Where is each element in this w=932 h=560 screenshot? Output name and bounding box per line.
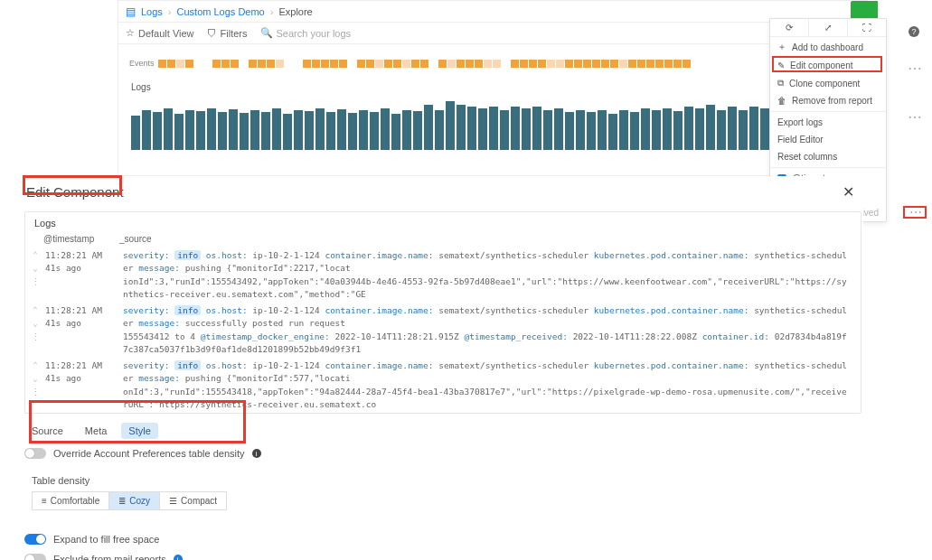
pencil-icon: ✎ (777, 61, 785, 70)
expand-row-icon[interactable]: ⌃⌄⋮ (31, 249, 40, 301)
menu-field-editor[interactable]: Field Editor (770, 131, 886, 148)
overflow-highlighted[interactable]: ⋯ (903, 206, 927, 219)
menu-add-dashboard[interactable]: ＋Add to dashboard (770, 37, 886, 57)
editor-tabs: Source Meta Style (24, 423, 863, 439)
breadcrumb-logs[interactable]: Logs (141, 6, 163, 17)
tab-source[interactable]: Source (24, 423, 71, 439)
fullscreen-icon: ⛶ (862, 23, 871, 33)
report-background: ▤ Logs › Custom Logs Demo › Explore ☆Def… (118, 0, 868, 176)
refresh-icon: ⟳ (786, 23, 793, 33)
info-icon[interactable]: i (252, 449, 261, 458)
breadcrumb-app[interactable]: Custom Logs Demo (177, 6, 265, 17)
events-label: Events (129, 59, 156, 68)
overflow-icon[interactable]: ⋯ (908, 60, 921, 77)
cell-source: severity: info os.host: ip-10-2-1-124 co… (123, 304, 852, 356)
document-icon: ▤ (126, 5, 136, 18)
close-icon[interactable]: ✕ (843, 183, 854, 201)
expand-icon: ⤢ (824, 23, 832, 33)
menu-export-logs[interactable]: Export logs (770, 114, 886, 131)
filter-icon: ⛉ (207, 28, 217, 39)
menu-reset-columns[interactable]: Reset columns (770, 148, 886, 165)
log-row[interactable]: ⌃⌄⋮11:28:21 AM41s agoseverity: info os.h… (25, 303, 861, 358)
density-cozy-icon: ≣ (118, 496, 126, 506)
panel-title: Logs (25, 212, 861, 234)
tab-meta[interactable]: Meta (78, 423, 114, 439)
density-compact-icon: ☰ (169, 496, 177, 506)
density-cozy[interactable]: ≣Cozy (109, 491, 160, 510)
cell-source: severity: info os.host: ip-10-2-1-124 co… (123, 249, 852, 301)
edit-component-modal: Edit Component ✕ Logs @timestamp _source… (23, 176, 863, 560)
exclude-mail-label: Exclude from mail reports (53, 554, 166, 560)
expand-row-icon[interactable]: ⌃⌄⋮ (31, 304, 40, 356)
logs-chart-label: Logs (131, 82, 854, 92)
star-icon: ☆ (126, 27, 135, 39)
info-icon[interactable]: i (174, 555, 183, 560)
help-icon[interactable]: ? (908, 26, 919, 37)
copy-icon: ⧉ (777, 78, 784, 89)
events-histogram (158, 60, 856, 68)
menu-edit-component[interactable]: ✎Edit component (770, 57, 886, 74)
column-header-timestamp[interactable]: @timestamp (43, 234, 103, 244)
expand-vert-button[interactable]: ⤢ (809, 19, 848, 36)
menu-clone[interactable]: ⧉Clone component (770, 74, 886, 92)
logs-preview-panel: Logs @timestamp _source ⌃⌄⋮11:28:21 AM41… (24, 211, 861, 414)
cell-source: severity: info os.host: ip-10-2-1-124 co… (123, 359, 852, 411)
toggle-override-density[interactable] (24, 448, 46, 459)
density-segmented: ≡Comfortable ≣Cozy ☰Compact (32, 491, 863, 510)
fullscreen-button[interactable]: ⛶ (848, 19, 886, 36)
modal-title: Edit Component (26, 184, 124, 200)
density-compact[interactable]: ☰Compact (160, 491, 227, 510)
refresh-button[interactable]: ⟳ (770, 19, 809, 36)
log-row[interactable]: ⌃⌄⋮11:28:21 AM41s agoseverity: info os.h… (25, 358, 861, 413)
column-header-source[interactable]: _source (119, 234, 152, 244)
toggle-exclude-mail[interactable] (24, 554, 46, 560)
breadcrumb: ▤ Logs › Custom Logs Demo › Explore (118, 1, 867, 23)
filters-button[interactable]: ⛉Filters (207, 28, 248, 39)
tab-style[interactable]: Style (121, 423, 157, 439)
table-density-label: Table density (32, 475, 863, 486)
logs-bar-chart (131, 96, 854, 150)
expand-fill-label: Expand to fill free space (53, 534, 159, 545)
trash-icon: 🗑 (777, 96, 786, 106)
log-row[interactable]: ⌃⌄⋮11:28:21 AM41s agoseverity: info os.h… (25, 247, 861, 303)
toolbar: ☆Default View ⛉Filters 🔍Search your logs (118, 23, 867, 44)
override-label: Override Account Preferences table densi… (53, 448, 245, 459)
density-comfortable-icon: ≡ (42, 496, 47, 506)
density-comfortable[interactable]: ≡Comfortable (32, 491, 109, 510)
default-view-button[interactable]: ☆Default View (126, 27, 194, 39)
toggle-expand-fill[interactable] (24, 534, 46, 545)
breadcrumb-current: Explore (278, 6, 312, 17)
menu-remove[interactable]: 🗑Remove from report (770, 92, 886, 109)
plus-icon: ＋ (777, 41, 786, 53)
cell-timestamp: 11:28:21 AM41s ago (45, 249, 118, 301)
expand-row-icon[interactable]: ⌃⌄⋮ (31, 359, 40, 411)
overflow-icon[interactable]: ⋯ (908, 108, 921, 126)
search-icon: 🔍 (260, 27, 273, 39)
cell-timestamp: 11:28:21 AM41s ago (45, 359, 118, 411)
cell-timestamp: 11:28:21 AM41s ago (45, 304, 118, 356)
